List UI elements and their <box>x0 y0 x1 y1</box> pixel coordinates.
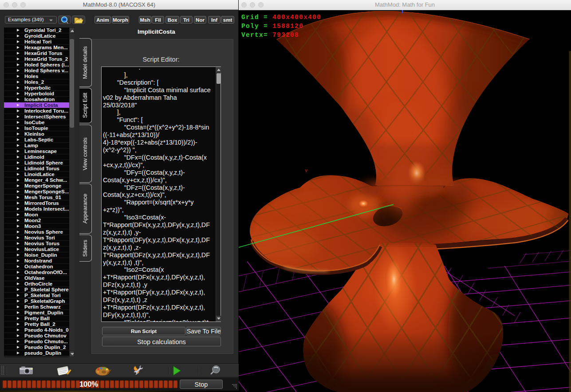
svg-text:Poly = 1588120: Poly = 1588120 <box>241 23 303 30</box>
svg-text:Grid = 400x400x400: Grid = 400x400x400 <box>241 14 321 21</box>
svg-text:Vertx= 793208: Vertx= 793208 <box>241 31 299 39</box>
svg-text:v: v <box>305 169 307 173</box>
